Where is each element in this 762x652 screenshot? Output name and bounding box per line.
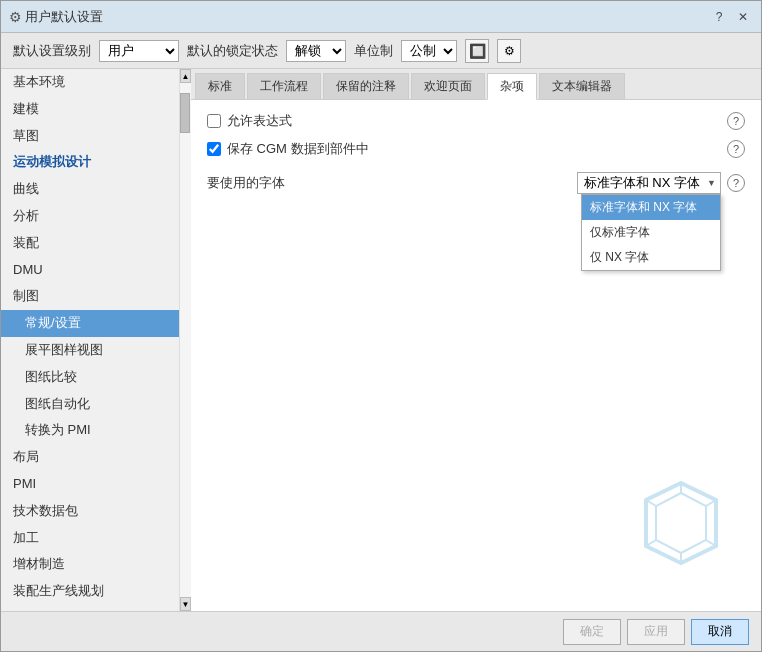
- tab-saved-annotations[interactable]: 保留的注释: [323, 73, 409, 99]
- level-label: 默认设置级别: [13, 42, 91, 60]
- scrollbar-track: [180, 83, 191, 597]
- sidebar-item-pmi[interactable]: PMI: [1, 471, 179, 498]
- ok-button[interactable]: 确定: [563, 619, 621, 645]
- titlebar-title: 用户默认设置: [25, 8, 709, 26]
- save-cgm-help[interactable]: ?: [727, 140, 745, 158]
- font-option-standard-only[interactable]: 仅标准字体: [582, 220, 720, 245]
- close-button[interactable]: ✕: [733, 7, 753, 27]
- tabs-bar: 标准 工作流程 保留的注释 欢迎页面 杂项 文本编辑器: [191, 69, 761, 100]
- font-option-standard-nx[interactable]: 标准字体和 NX 字体: [582, 195, 720, 220]
- font-select-button[interactable]: 标准字体和 NX 字体: [577, 172, 721, 194]
- tab-welcome[interactable]: 欢迎页面: [411, 73, 485, 99]
- sidebar-item-assembly[interactable]: 装配: [1, 230, 179, 257]
- sidebar-item-additive[interactable]: 增材制造: [1, 551, 179, 578]
- tab-misc[interactable]: 杂项: [487, 73, 537, 100]
- titlebar-buttons: ? ✕: [709, 7, 753, 27]
- sidebar-item-drawing-auto[interactable]: 图纸自动化: [1, 391, 179, 418]
- font-selected-value: 标准字体和 NX 字体: [584, 174, 700, 192]
- footer: 确定 应用 取消: [1, 611, 761, 651]
- allow-expression-row: 允许表达式 ?: [207, 112, 745, 130]
- sidebar-item-convert-pmi[interactable]: 转换为 PMI: [1, 417, 179, 444]
- sidebar-item-drawing-compare[interactable]: 图纸比较: [1, 364, 179, 391]
- unit-label: 单位制: [354, 42, 393, 60]
- sidebar-wrapper: 基本环境 建模 草图 运动模拟设计 曲线 分析 装配 DMU 制图 常规/设置 …: [1, 69, 191, 611]
- help-button[interactable]: ?: [709, 7, 729, 27]
- sidebar-item-motion-sim[interactable]: 运动模拟设计: [1, 149, 179, 176]
- svg-marker-1: [656, 493, 706, 553]
- font-row: 要使用的字体 标准字体和 NX 字体 ? 标准字体和 NX 字体 仅标准字体 仅…: [207, 172, 745, 194]
- sidebar-item-basic-env[interactable]: 基本环境: [1, 69, 179, 96]
- sidebar-item-machining[interactable]: 加工: [1, 525, 179, 552]
- main-window: ⚙ 用户默认设置 ? ✕ 默认设置级别 用户 默认的锁定状态 解锁 单位制 公制…: [0, 0, 762, 652]
- sidebar: 基本环境 建模 草图 运动模拟设计 曲线 分析 装配 DMU 制图 常规/设置 …: [1, 69, 179, 611]
- lock-select[interactable]: 解锁: [286, 40, 346, 62]
- allow-expression-checkbox[interactable]: [207, 114, 221, 128]
- lock-label: 默认的锁定状态: [187, 42, 278, 60]
- toolbar-settings-btn[interactable]: ⚙: [497, 39, 521, 63]
- font-label: 要使用的字体: [207, 174, 287, 192]
- watermark-logo: [641, 478, 721, 571]
- sidebar-item-drafting[interactable]: 制图: [1, 283, 179, 310]
- sidebar-item-assembly-line[interactable]: 装配生产线规划: [1, 578, 179, 605]
- sidebar-scroll: 基本环境 建模 草图 运动模拟设计 曲线 分析 装配 DMU 制图 常规/设置 …: [1, 69, 179, 611]
- font-dropdown-menu: 标准字体和 NX 字体 仅标准字体 仅 NX 字体: [581, 194, 721, 271]
- level-select[interactable]: 用户: [99, 40, 179, 62]
- unit-select[interactable]: 公制: [401, 40, 457, 62]
- scrollbar-thumb[interactable]: [180, 93, 190, 133]
- save-cgm-checkbox-row: 保存 CGM 数据到部件中: [207, 140, 369, 158]
- hex-logo-svg: [641, 478, 721, 568]
- allow-expression-checkbox-row: 允许表达式: [207, 112, 292, 130]
- sidebar-item-general-settings[interactable]: 常规/设置: [1, 310, 179, 337]
- tab-workflow[interactable]: 工作流程: [247, 73, 321, 99]
- font-dropdown-wrapper: 标准字体和 NX 字体 ? 标准字体和 NX 字体 仅标准字体 仅 NX 字体: [577, 172, 745, 194]
- tab-text-editor[interactable]: 文本编辑器: [539, 73, 625, 99]
- allow-expression-label: 允许表达式: [227, 112, 292, 130]
- right-panel: 标准 工作流程 保留的注释 欢迎页面 杂项 文本编辑器 允许表达式 ?: [191, 69, 761, 611]
- save-cgm-row: 保存 CGM 数据到部件中 ?: [207, 140, 745, 158]
- cancel-button[interactable]: 取消: [691, 619, 749, 645]
- sidebar-item-flatten-view[interactable]: 展平图样视图: [1, 337, 179, 364]
- sidebar-item-sketch[interactable]: 草图: [1, 123, 179, 150]
- apply-button[interactable]: 应用: [627, 619, 685, 645]
- scrollbar-up[interactable]: ▲: [180, 69, 191, 83]
- save-cgm-label: 保存 CGM 数据到部件中: [227, 140, 369, 158]
- toolbar: 默认设置级别 用户 默认的锁定状态 解锁 单位制 公制 🔲 ⚙: [1, 33, 761, 69]
- font-help[interactable]: ?: [727, 174, 745, 192]
- sidebar-item-tech-data[interactable]: 技术数据包: [1, 498, 179, 525]
- sidebar-item-modeling[interactable]: 建模: [1, 96, 179, 123]
- font-option-nx-only[interactable]: 仅 NX 字体: [582, 245, 720, 270]
- sidebar-item-curve[interactable]: 曲线: [1, 176, 179, 203]
- sidebar-item-analysis[interactable]: 分析: [1, 203, 179, 230]
- titlebar-gear-icon: ⚙: [9, 9, 25, 25]
- toolbar-icon-btn1[interactable]: 🔲: [465, 39, 489, 63]
- sidebar-item-layout[interactable]: 布局: [1, 444, 179, 471]
- tab-standard[interactable]: 标准: [195, 73, 245, 99]
- sidebar-item-dmu[interactable]: DMU: [1, 257, 179, 284]
- tab-content: 允许表达式 ? 保存 CGM 数据到部件中 ? 要使用的字体: [191, 100, 761, 611]
- save-cgm-checkbox[interactable]: [207, 142, 221, 156]
- titlebar: ⚙ 用户默认设置 ? ✕: [1, 1, 761, 33]
- scrollbar-down[interactable]: ▼: [180, 597, 191, 611]
- main-area: 基本环境 建模 草图 运动模拟设计 曲线 分析 装配 DMU 制图 常规/设置 …: [1, 69, 761, 611]
- sidebar-scrollbar: ▲ ▼: [179, 69, 191, 611]
- allow-expression-help[interactable]: ?: [727, 112, 745, 130]
